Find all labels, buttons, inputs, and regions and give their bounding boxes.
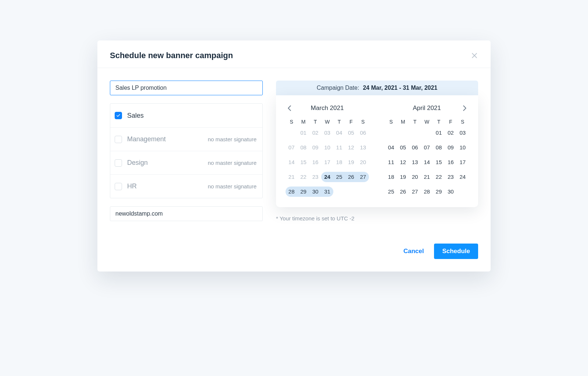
calendar-day: 21 — [286, 172, 297, 182]
calendar-day[interactable]: 02 — [445, 128, 456, 138]
calendar-prev-icon[interactable] — [286, 104, 294, 112]
calendar-day[interactable]: 18 — [385, 172, 397, 182]
calendar-day[interactable]: 15 — [433, 157, 445, 167]
modal-title: Schedule new banner campaign — [110, 51, 233, 60]
calendar-day: 06 — [357, 128, 369, 138]
calendar-day[interactable]: 27 — [409, 187, 421, 197]
calendar-month-title: March 2021 — [311, 104, 344, 112]
calendar-day[interactable]: 26 — [345, 172, 357, 182]
department-checkbox[interactable] — [115, 183, 122, 190]
calendar-day: 17 — [321, 157, 333, 167]
calendar-day[interactable]: 25 — [333, 172, 345, 182]
calendar-day[interactable]: 13 — [409, 157, 421, 167]
calendar-day: 18 — [333, 157, 345, 167]
calendar-dow: T — [409, 119, 421, 125]
calendar-day[interactable]: 31 — [321, 187, 333, 197]
department-checkbox[interactable] — [115, 112, 122, 119]
campaign-url-input[interactable] — [110, 206, 263, 221]
close-icon[interactable] — [471, 52, 478, 59]
calendar-day[interactable]: 24 — [321, 172, 333, 182]
department-note: no master signature — [208, 160, 257, 166]
calendar-day: 07 — [286, 142, 297, 153]
calendar-day[interactable]: 05 — [397, 142, 409, 153]
calendar-day[interactable]: 08 — [433, 142, 445, 153]
calendar-day[interactable]: 16 — [445, 157, 456, 167]
calendar-day: 05 — [345, 128, 357, 138]
calendar-dow: M — [297, 119, 309, 125]
calendar-day[interactable]: 30 — [309, 187, 321, 197]
calendar-month-title: April 2021 — [413, 104, 441, 112]
calendar-card: March 2021SMTWTFS01020304050607080910111… — [276, 95, 478, 207]
campaign-date-range: 24 Mar, 2021 - 31 Mar, 2021 — [363, 85, 437, 91]
calendar-day[interactable]: 28 — [286, 187, 297, 197]
department-checkbox[interactable] — [115, 136, 122, 143]
calendar-day[interactable]: 24 — [457, 172, 469, 182]
modal-body: SalesManagementno master signatureDesign… — [97, 68, 491, 221]
calendar-day[interactable]: 26 — [397, 187, 409, 197]
calendar-dow: F — [445, 119, 456, 125]
calendar-day: 03 — [321, 128, 333, 138]
calendar-month: April 2021SMTWTFS01020304050607080910111… — [385, 103, 469, 197]
calendar-day[interactable]: 27 — [357, 172, 369, 182]
right-column: Campaign Date: 24 Mar, 2021 - 31 Mar, 20… — [276, 81, 478, 221]
calendar-day[interactable]: 29 — [433, 187, 445, 197]
calendar-day[interactable]: 10 — [457, 142, 469, 153]
calendar-day: 22 — [297, 172, 309, 182]
department-row[interactable]: Designno master signature — [110, 151, 262, 174]
calendar-day[interactable]: 19 — [397, 172, 409, 182]
calendar-dow: M — [397, 119, 409, 125]
department-name: HR — [127, 182, 137, 190]
calendar-day[interactable]: 06 — [409, 142, 421, 153]
department-name: Management — [127, 135, 166, 143]
calendar-day: 11 — [333, 142, 345, 153]
calendar-day[interactable]: 17 — [457, 157, 469, 167]
calendar-next-icon[interactable] — [460, 104, 469, 112]
timezone-note: * Your timezone is set to UTC -2 — [276, 215, 478, 221]
modal-footer: Cancel Schedule — [97, 221, 491, 272]
department-name: Design — [127, 159, 148, 167]
calendar-day[interactable]: 23 — [445, 172, 456, 182]
calendar-day[interactable]: 29 — [297, 187, 309, 197]
department-note: no master signature — [208, 136, 257, 142]
calendar-day[interactable]: 11 — [385, 157, 397, 167]
schedule-button[interactable]: Schedule — [434, 244, 478, 259]
calendar-day: 13 — [357, 142, 369, 153]
department-name: Sales — [127, 112, 144, 120]
calendar-day: 02 — [309, 128, 321, 138]
cancel-button[interactable]: Cancel — [404, 248, 424, 255]
calendar-day[interactable]: 04 — [385, 142, 397, 153]
calendar-day[interactable]: 28 — [421, 187, 433, 197]
calendar-day[interactable]: 25 — [385, 187, 397, 197]
calendar-day: 19 — [345, 157, 357, 167]
department-row[interactable]: HRno master signature — [110, 174, 262, 198]
calendar-dow: W — [421, 119, 433, 125]
department-checkbox[interactable] — [115, 159, 122, 167]
calendar-day[interactable]: 30 — [445, 187, 456, 197]
calendar-day: 14 — [286, 157, 297, 167]
department-list: SalesManagementno master signatureDesign… — [110, 103, 263, 198]
calendar-day[interactable]: 03 — [457, 128, 469, 138]
calendar-day[interactable]: 09 — [445, 142, 456, 153]
calendar-day[interactable]: 22 — [433, 172, 445, 182]
calendar-day[interactable]: 14 — [421, 157, 433, 167]
department-row[interactable]: Managementno master signature — [110, 127, 262, 151]
calendar-dow: F — [345, 119, 357, 125]
department-row[interactable]: Sales — [110, 104, 262, 127]
calendar-dow: T — [309, 119, 321, 125]
calendar-dow: S — [357, 119, 369, 125]
calendar-day[interactable]: 12 — [397, 157, 409, 167]
calendar-day[interactable]: 01 — [433, 128, 445, 138]
left-column: SalesManagementno master signatureDesign… — [110, 81, 263, 221]
calendar-day: 12 — [345, 142, 357, 153]
schedule-campaign-modal: Schedule new banner campaign SalesManage… — [97, 40, 491, 272]
calendar-day[interactable]: 21 — [421, 172, 433, 182]
calendar-dow: S — [457, 119, 469, 125]
campaign-name-input[interactable] — [110, 81, 263, 95]
modal-header: Schedule new banner campaign — [97, 40, 491, 68]
calendar-day: 01 — [297, 128, 309, 138]
calendar-day: 08 — [297, 142, 309, 153]
department-note: no master signature — [208, 183, 257, 189]
calendar-day[interactable]: 20 — [409, 172, 421, 182]
calendar-day: 09 — [309, 142, 321, 153]
calendar-day[interactable]: 07 — [421, 142, 433, 153]
